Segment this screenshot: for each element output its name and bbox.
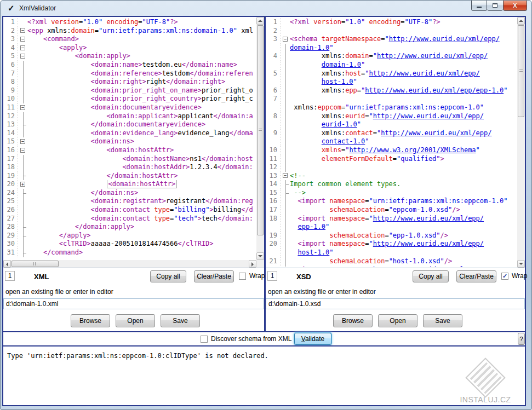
code-line[interactable]: 27 <domain:contact type="tech">tech</dom…	[3, 215, 256, 223]
code-line[interactable]: 17 schemaLocation="eppcom-1.0.xsd"/>	[266, 206, 517, 215]
xsd-save-button[interactable]: Save	[423, 314, 462, 327]
validate-button[interactable]: Validate	[294, 333, 331, 345]
code-line[interactable]: domain-1.0"	[266, 44, 517, 53]
xml-browse-button[interactable]: Browse	[71, 314, 110, 327]
close-button[interactable]: X	[503, 1, 527, 11]
code-line[interactable]: 24 </domain:ns>	[3, 189, 256, 198]
fold-collapse-icon[interactable]: −	[19, 35, 27, 44]
code-line[interactable]: 25 <domain:registrant>registrant</domain…	[3, 197, 256, 206]
code-line[interactable]: 11 elementFormDefault="qualified">	[266, 155, 517, 164]
xsd-copy-all-button[interactable]: Copy all	[413, 270, 449, 282]
xml-copy-all-button[interactable]: Copy all	[150, 270, 186, 282]
code-line[interactable]: 18 <domain:hostAddr>1.2.3.4</domain:	[3, 163, 256, 172]
code-line[interactable]: contact-1.0"	[266, 137, 517, 146]
scroll-down-arrow[interactable]	[256, 252, 264, 260]
code-line[interactable]: 30 <clTRID>aaaaa-2005101814474566</clTRI…	[3, 240, 256, 249]
code-line[interactable]: xmlns:eppcom="urn:ietf:params:xml:ns:epp…	[266, 103, 517, 112]
code-line[interactable]: domain-1.0"	[266, 61, 517, 70]
code-line[interactable]: 16− <domain:hostAttr>	[3, 146, 256, 155]
discover-schema-checkbox[interactable]	[201, 336, 208, 343]
xml-save-button[interactable]: Save	[161, 314, 200, 327]
code-line[interactable]: 18 <import namespace="http://www.eurid.e…	[266, 215, 517, 223]
fold-collapse-icon[interactable]: −	[282, 172, 290, 181]
xml-editor-pane[interactable]: 1<?xml version="1.0" encoding="UTF-8"?>2…	[3, 17, 264, 268]
xsd-vertical-scrollbar[interactable]	[517, 17, 525, 268]
code-line[interactable]: 14Import common element types.	[266, 180, 517, 189]
scroll-right-arrow[interactable]	[249, 260, 256, 268]
code-line[interactable]: 2	[266, 27, 517, 36]
code-line[interactable]: host-1.0"	[266, 78, 517, 86]
code-line[interactable]: 8 <domain:right>right</domain:right>	[3, 78, 256, 86]
code-line[interactable]: 7 <domain:reference>testdom</domain:refe…	[3, 70, 256, 78]
code-line[interactable]: 10 xmlns="http://www.w3.org/2001/XMLSche…	[266, 146, 517, 155]
code-line[interactable]: 7	[266, 95, 517, 103]
xml-clear-paste-button[interactable]: Clear/Paste	[194, 270, 234, 282]
validation-result-area[interactable]: Type 'urn:ietf:params:xml:ns:eppcom-1.0:…	[3, 347, 525, 405]
xml-vertical-scrollbar[interactable]	[256, 17, 264, 260]
code-line[interactable]: 12	[266, 163, 517, 172]
fold-collapse-icon[interactable]: −	[19, 27, 27, 36]
code-line[interactable]: 20+ <domain:hostAttr>	[3, 180, 256, 189]
code-line[interactable]: 9 xmlns:contact="http://www.eurid.eu/xml…	[266, 129, 517, 138]
xsd-editor-pane[interactable]: 1<?xml version="1.0" encoding="UTF-8"?>2…	[266, 17, 525, 268]
fold-collapse-icon[interactable]: −	[19, 103, 27, 112]
code-line[interactable]: 13 </domain:documentaryevidence>	[3, 120, 256, 129]
code-line[interactable]: 14 <domain:evidence_lang>evidence_lang</…	[3, 129, 256, 138]
code-line[interactable]: 2−<epp xmlns:domain="urn:ietf:params:xml…	[3, 27, 256, 36]
code-line[interactable]: epp-1.0"	[266, 223, 517, 232]
code-line[interactable]: 15 -->	[266, 189, 517, 198]
code-line[interactable]: <import namespace="http://www.eurid.eu/x…	[266, 265, 517, 267]
code-line[interactable]: 9 <domain:prior_right_on_name>prior_righ…	[3, 86, 256, 95]
scroll-down-arrow[interactable]	[517, 260, 525, 268]
code-line[interactable]: 26 <domain:contact type="billing">billin…	[3, 206, 256, 215]
code-line[interactable]: 1<?xml version="1.0" encoding="UTF-8"?>	[266, 18, 517, 27]
code-line[interactable]: 5 xmlns:host="http://www.eurid.eu/xml/ep…	[266, 70, 517, 78]
code-line[interactable]: 6 <domain:name>testdom.eu</domain:name>	[3, 61, 256, 70]
title-bar[interactable]: ✓ XmlValidator X	[1, 1, 531, 16]
code-line[interactable]: 31 </command>	[3, 249, 256, 257]
code-line[interactable]: 6 xmlns:epp="http://www.eurid.eu/xml/epp…	[266, 86, 517, 95]
xml-code-area[interactable]: 1<?xml version="1.0" encoding="UTF-8"?>2…	[3, 17, 256, 260]
fold-collapse-icon[interactable]: −	[19, 52, 27, 61]
code-line[interactable]: 21 schemaLocation="host-1.0.xsd"/>	[266, 257, 517, 266]
code-line[interactable]: 3−<schema targetNamespace="http://www.eu…	[266, 35, 517, 44]
maximize-button[interactable]	[487, 1, 503, 11]
code-line[interactable]: 5− <domain:apply>	[3, 52, 256, 61]
scroll-up-arrow[interactable]	[256, 17, 264, 25]
help-button[interactable]: ?	[518, 333, 525, 345]
fold-expand-icon[interactable]: +	[19, 180, 27, 189]
xml-hscroll-thumb[interactable]	[12, 261, 59, 267]
code-line[interactable]: host-1.0"	[266, 249, 517, 257]
code-line[interactable]: 15− <domain:ns>	[3, 137, 256, 146]
xsd-browse-button[interactable]: Browse	[333, 314, 373, 327]
fold-collapse-icon[interactable]: −	[19, 137, 27, 146]
fold-collapse-icon[interactable]: −	[19, 44, 27, 53]
code-line[interactable]: 28 </domain:apply>	[3, 223, 256, 232]
code-line[interactable]: 10 <domain:prior_right_country>prior_rig…	[3, 95, 256, 103]
code-line[interactable]: 19 </domain:hostAttr>	[3, 172, 256, 181]
minimize-button[interactable]	[471, 1, 487, 11]
code-line[interactable]: 12 <domain:applicant>applicant</domain:a	[3, 112, 256, 121]
code-line[interactable]: 17 <domain:hostName>ns1</domain:host	[3, 155, 256, 164]
code-line[interactable]: 16 <import namespace="urn:ietf:params:xm…	[266, 197, 517, 206]
scroll-left-arrow[interactable]	[3, 260, 11, 268]
code-line[interactable]: 4− <apply>	[3, 44, 256, 53]
xml-open-button[interactable]: Open	[116, 314, 155, 327]
fold-collapse-icon[interactable]: −	[19, 146, 27, 155]
code-line[interactable]: 29 </apply>	[3, 232, 256, 240]
xsd-wrap-checkbox[interactable]: ✓	[501, 273, 508, 280]
xml-path-input[interactable]	[3, 298, 264, 309]
code-line[interactable]: 3− <command>	[3, 35, 256, 44]
xsd-vscroll-thumb[interactable]	[518, 25, 524, 117]
code-line[interactable]: eurid-1.0"	[266, 120, 517, 129]
code-line[interactable]: 8 xmlns:eurid="http://www.eurid.eu/xml/e…	[266, 112, 517, 121]
xsd-clear-paste-button[interactable]: Clear/Paste	[456, 270, 496, 282]
xsd-code-area[interactable]: 1<?xml version="1.0" encoding="UTF-8"?>2…	[266, 17, 517, 267]
xml-vscroll-thumb[interactable]	[257, 25, 264, 235]
code-line[interactable]: 11− <domain:documentaryevidence>	[3, 103, 256, 112]
code-line[interactable]: 19 schemaLocation="epp-1.0.xsd"/>	[266, 232, 517, 240]
code-line[interactable]: 1<?xml version="1.0" encoding="UTF-8"?>	[3, 18, 256, 27]
xml-horizontal-scrollbar[interactable]	[3, 260, 256, 268]
scroll-up-arrow[interactable]	[517, 17, 525, 25]
code-line[interactable]: 13−<!--	[266, 172, 517, 181]
